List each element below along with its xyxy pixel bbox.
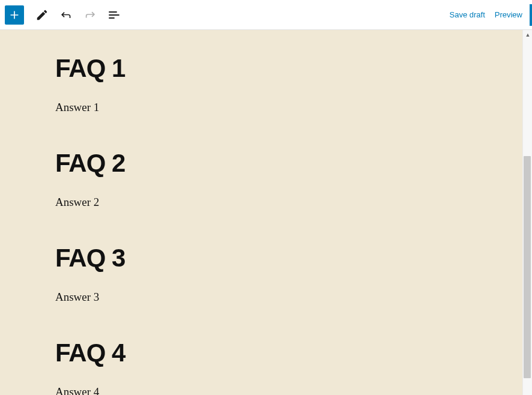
edit-button[interactable] bbox=[31, 4, 53, 26]
preview-button[interactable]: Preview bbox=[495, 10, 522, 19]
redo-icon bbox=[83, 8, 97, 22]
faq-block[interactable]: FAQ 3 Answer 3 bbox=[55, 244, 467, 304]
list-icon bbox=[107, 8, 121, 22]
toolbar-left-group bbox=[5, 4, 125, 26]
faq-block[interactable]: FAQ 4 Answer 4 bbox=[55, 339, 467, 395]
editor-canvas[interactable]: FAQ 1 Answer 1 FAQ 2 Answer 2 FAQ 3 Answ… bbox=[0, 30, 522, 395]
faq-heading[interactable]: FAQ 1 bbox=[55, 54, 467, 83]
scroll-up-arrow[interactable]: ▲ bbox=[523, 30, 532, 40]
faq-heading[interactable]: FAQ 2 bbox=[55, 149, 467, 178]
add-block-button[interactable] bbox=[5, 5, 24, 25]
faq-answer[interactable]: Answer 4 bbox=[55, 385, 467, 395]
plus-icon bbox=[8, 9, 20, 21]
document-outline-button[interactable] bbox=[103, 4, 125, 26]
faq-heading[interactable]: FAQ 4 bbox=[55, 339, 467, 367]
editor-canvas-wrapper: FAQ 1 Answer 1 FAQ 2 Answer 2 FAQ 3 Answ… bbox=[0, 30, 532, 395]
faq-answer[interactable]: Answer 1 bbox=[55, 101, 467, 114]
scrollbar-thumb[interactable] bbox=[524, 156, 531, 378]
settings-panel-edge[interactable] bbox=[530, 4, 532, 26]
pencil-icon bbox=[35, 8, 49, 22]
undo-icon bbox=[59, 8, 73, 22]
redo-button[interactable] bbox=[79, 4, 101, 26]
content-area: FAQ 1 Answer 1 FAQ 2 Answer 2 FAQ 3 Answ… bbox=[0, 30, 522, 395]
editor-toolbar: Save draft Preview bbox=[0, 0, 532, 30]
undo-button[interactable] bbox=[55, 4, 77, 26]
faq-block[interactable]: FAQ 2 Answer 2 bbox=[55, 149, 467, 209]
save-draft-button[interactable]: Save draft bbox=[449, 10, 485, 19]
faq-answer[interactable]: Answer 2 bbox=[55, 196, 467, 209]
scrollbar-track[interactable]: ▲ bbox=[522, 30, 532, 395]
faq-heading[interactable]: FAQ 3 bbox=[55, 244, 467, 273]
faq-answer[interactable]: Answer 3 bbox=[55, 291, 467, 304]
faq-block[interactable]: FAQ 1 Answer 1 bbox=[55, 54, 467, 114]
toolbar-right-group: Save draft Preview bbox=[449, 10, 527, 19]
